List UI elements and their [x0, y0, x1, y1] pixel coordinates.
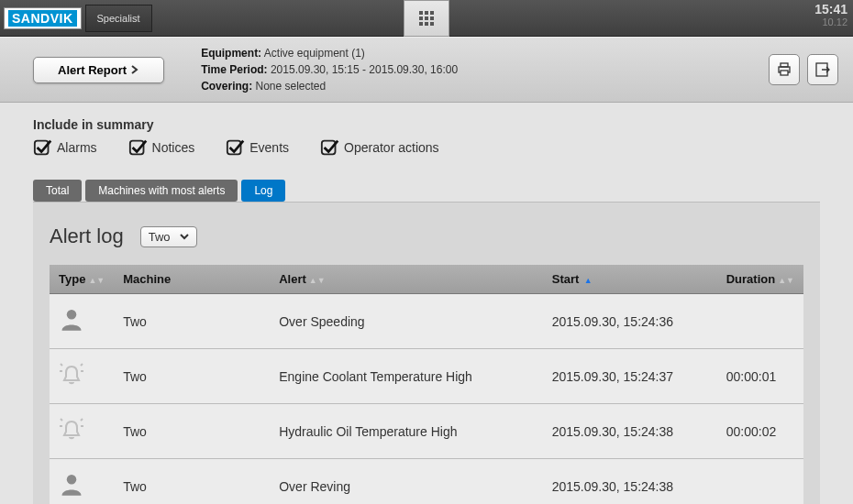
svg-rect-6: [419, 22, 423, 26]
svg-rect-7: [425, 22, 428, 26]
apps-grid-icon: [419, 11, 434, 26]
tabs-row: Total Machines with most alerts Log: [33, 180, 820, 202]
role-tab-specialist[interactable]: Specialist: [85, 5, 152, 32]
top-bar: SANDVIK Specialist 15:41 10.12: [0, 0, 853, 37]
summary-check-operator-actions[interactable]: Operator actions: [320, 137, 439, 158]
cell-alert: Hydraulic Oil Temperature High: [270, 404, 543, 459]
svg-rect-8: [430, 22, 434, 26]
tab-machines-most-alerts[interactable]: Machines with most alerts: [85, 180, 238, 202]
col-alert-label: Alert: [279, 272, 306, 286]
summary-check-alarms[interactable]: Alarms: [33, 137, 97, 158]
summary-check-events[interactable]: Events: [226, 137, 289, 158]
panel-header: Alert log Two: [50, 225, 803, 248]
svg-rect-4: [425, 16, 428, 20]
panel-title: Alert log: [50, 225, 124, 248]
cell-type: [50, 404, 114, 459]
equipment-label: Equipment:: [201, 47, 261, 60]
col-duration-label: Duration: [726, 272, 775, 286]
col-alert[interactable]: Alert▲▼: [270, 265, 543, 294]
sort-icon: ▲▼: [88, 276, 105, 285]
check-label: Operator actions: [344, 140, 439, 155]
covering-label: Covering:: [201, 80, 252, 93]
machine-dropdown[interactable]: Two: [140, 226, 197, 247]
tab-log[interactable]: Log: [241, 180, 285, 202]
table-row[interactable]: TwoHydraulic Oil Temperature High2015.09…: [50, 404, 803, 459]
export-icon: [814, 61, 831, 78]
role-label: Specialist: [97, 13, 140, 24]
check-label: Alarms: [57, 140, 97, 155]
cell-machine: Two: [114, 349, 270, 404]
time-period-value: 2015.09.30, 15:15 - 2015.09.30, 16:00: [271, 63, 458, 76]
check-label: Notices: [152, 140, 195, 155]
col-machine-label: Machine: [123, 272, 171, 286]
col-start[interactable]: Start ▲: [543, 265, 717, 294]
cell-type: [50, 294, 114, 349]
svg-rect-11: [781, 71, 788, 75]
person-icon: [59, 472, 84, 498]
cell-machine: Two: [114, 459, 270, 505]
table-row[interactable]: TwoEngine Coolant Temperature High2015.0…: [50, 349, 803, 404]
apps-button[interactable]: [404, 0, 449, 37]
cell-alert: Over Speeding: [270, 294, 543, 349]
table-row[interactable]: TwoOver Speeding2015.09.30, 15:24:36: [50, 294, 803, 349]
cell-duration: 00:00:02: [717, 404, 803, 459]
cell-start: 2015.09.30, 15:24:38: [543, 404, 717, 459]
covering-value: None selected: [255, 80, 326, 93]
summary-checks-row: AlarmsNoticesEventsOperator actions: [33, 137, 820, 158]
checkmark-icon: [226, 137, 246, 158]
chevron-right-icon: [130, 65, 139, 74]
col-start-label: Start: [552, 272, 580, 286]
clock-time: 15:41: [814, 2, 847, 16]
info-bar: Alert Report Equipment: Active equipment…: [0, 37, 853, 103]
sort-icon: ▲▼: [778, 276, 794, 285]
svg-rect-0: [419, 11, 423, 15]
filter-meta: Equipment: Active equipment (1) Time Per…: [201, 45, 458, 94]
sort-icon: ▲▼: [309, 276, 326, 285]
print-button[interactable]: [769, 54, 800, 85]
tab-total-label: Total: [46, 184, 69, 197]
svg-rect-1: [425, 11, 428, 15]
checkmark-icon: [320, 137, 340, 158]
tab-total[interactable]: Total: [33, 180, 82, 202]
equipment-value: Active equipment (1): [264, 47, 365, 60]
brand-logo: SANDVIK: [4, 7, 82, 29]
log-panel: Alert log Two Type▲▼ Machine Alert▲▼ Sta…: [33, 202, 820, 504]
checkmark-icon: [128, 137, 149, 158]
tab-log-label: Log: [254, 184, 272, 197]
cell-type: [50, 459, 114, 505]
checkmark-icon: [33, 137, 53, 158]
cell-start: 2015.09.30, 15:24:38: [543, 459, 717, 505]
svg-point-17: [67, 310, 77, 320]
col-machine[interactable]: Machine: [114, 265, 270, 294]
alert-report-label: Alert Report: [58, 63, 127, 77]
col-duration[interactable]: Duration▲▼: [717, 265, 803, 294]
cell-duration: [717, 294, 803, 349]
chevron-down-icon: [180, 232, 189, 241]
summary-check-notices[interactable]: Notices: [128, 137, 195, 158]
include-in-summary-title: Include in summary: [33, 117, 820, 132]
cell-start: 2015.09.30, 15:24:37: [543, 349, 717, 404]
alert-report-button[interactable]: Alert Report: [33, 57, 164, 83]
cell-duration: [717, 459, 803, 505]
svg-rect-10: [781, 63, 788, 67]
svg-rect-2: [430, 11, 434, 15]
content-area: Include in summary AlarmsNoticesEventsOp…: [0, 103, 853, 504]
cell-alert: Engine Coolant Temperature High: [270, 349, 543, 404]
col-type[interactable]: Type▲▼: [50, 265, 114, 294]
cell-start: 2015.09.30, 15:24:36: [543, 294, 717, 349]
alarm-bell-icon: [59, 362, 84, 388]
svg-rect-3: [419, 16, 423, 20]
cell-machine: Two: [114, 404, 270, 459]
clock: 15:41 10.12: [814, 2, 847, 27]
cell-type: [50, 349, 114, 404]
alarm-bell-icon: [59, 417, 84, 443]
svg-point-18: [67, 475, 77, 485]
check-label: Events: [249, 140, 289, 155]
export-button[interactable]: [807, 54, 838, 85]
alert-log-table: Type▲▼ Machine Alert▲▼ Start ▲ Duration▲…: [50, 265, 803, 504]
person-icon: [59, 307, 84, 333]
brand-text: SANDVIK: [8, 10, 77, 27]
table-row[interactable]: TwoOver Reving2015.09.30, 15:24:38: [50, 459, 803, 505]
print-icon: [776, 61, 792, 78]
time-period-label: Time Period:: [201, 63, 267, 76]
